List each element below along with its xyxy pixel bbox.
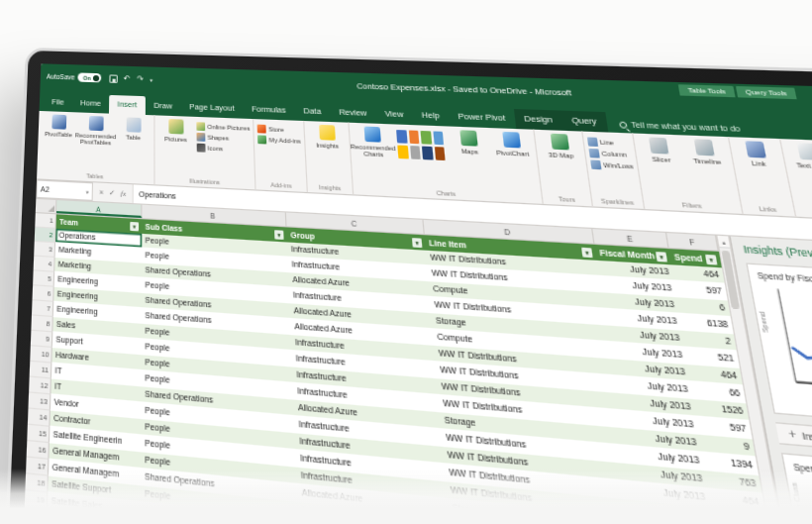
cell-value: 2: [686, 331, 732, 350]
tab-power-pivot[interactable]: Power Pivot: [448, 107, 516, 129]
ribbon-button-win-loss[interactable]: Win/Loss: [590, 159, 634, 170]
tab-query[interactable]: Query: [560, 111, 608, 133]
row-header-4[interactable]: 4: [34, 257, 55, 272]
ribbon-button-pivotchart[interactable]: PivotChart: [490, 131, 533, 157]
tab-insert[interactable]: Insert: [109, 95, 146, 115]
name-box-dropdown-icon[interactable]: ▾: [86, 188, 89, 195]
ribbon-button-my-add-ins[interactable]: My Add-ins: [257, 135, 301, 146]
ribbon-button-icons[interactable]: Icons: [197, 144, 252, 155]
row-header-2[interactable]: 2: [35, 228, 56, 244]
name-box[interactable]: A2 ▾: [36, 179, 93, 200]
ribbon-button-label: PivotTable: [45, 131, 72, 139]
ribbon-button-label: PivotChart: [496, 150, 530, 158]
chart-type-icon[interactable]: [434, 147, 445, 160]
tab-review[interactable]: Review: [330, 103, 376, 124]
chart-type-icon[interactable]: [433, 131, 444, 145]
row-header-10[interactable]: 10: [30, 346, 52, 363]
ribbon-button-text-box[interactable]: Text Box: [785, 143, 812, 171]
ribbon-button-line[interactable]: Line: [587, 137, 631, 148]
ribbon-button-recommended-charts[interactable]: Recommended Charts: [353, 126, 392, 158]
redo-icon[interactable]: ↷: [137, 74, 144, 83]
tab-view[interactable]: View: [375, 104, 414, 125]
chart-type-icon[interactable]: [396, 130, 407, 144]
ribbon-button-recommended-pivottables[interactable]: Recommended PivotTables: [78, 116, 113, 148]
insert-function-icon[interactable]: fx: [121, 189, 127, 198]
ribbon-button-store[interactable]: Store: [257, 125, 301, 135]
ribbon-button-label: Timeline: [692, 157, 721, 166]
cell[interactable]: 464: [671, 264, 724, 282]
row-header-3[interactable]: 3: [34, 242, 55, 258]
tell-me-box[interactable]: Tell me what you want to do: [618, 120, 741, 132]
ribbon-button-shapes[interactable]: Shapes: [197, 133, 251, 144]
insights-icon: [319, 125, 336, 141]
cell-value: 464: [675, 265, 720, 283]
insight-card-sub-class[interactable]: Spend by Sub Class Sub Class Spend: [781, 453, 812, 524]
excel-window: AutoSave On ↶ ↷ ▾ Contoso Expenses.xlsx …: [19, 63, 812, 524]
chart-type-icon[interactable]: [397, 146, 408, 159]
filter-dropdown-icon[interactable]: ▾: [412, 237, 422, 247]
ribbon-button-label: Table: [126, 134, 141, 141]
cell[interactable]: 6: [677, 297, 731, 316]
chart-type-icons[interactable]: [394, 128, 449, 163]
tab-draw[interactable]: Draw: [146, 96, 181, 116]
ribbon-button-insights[interactable]: Insights: [308, 124, 347, 150]
ribbon-button-maps[interactable]: Maps: [449, 130, 490, 157]
cell[interactable]: 597: [674, 281, 728, 300]
autosave-toggle[interactable]: On: [78, 72, 101, 82]
slicer-icon: [649, 138, 668, 155]
ribbon-button-slicer[interactable]: Slicer: [637, 137, 682, 164]
name-box-value: A2: [41, 185, 50, 193]
ribbon-button-pivottable[interactable]: PivotTable: [42, 114, 76, 139]
tab-data[interactable]: Data: [294, 101, 331, 122]
column-header-F[interactable]: F: [666, 233, 719, 251]
qat-customize-icon[interactable]: ▾: [150, 76, 152, 82]
row-header-1[interactable]: 1: [35, 213, 56, 229]
filter-dropdown-icon[interactable]: ▾: [274, 230, 284, 240]
filter-dropdown-icon[interactable]: ▾: [130, 221, 139, 231]
ribbon-group-label: Add-ins: [259, 180, 303, 192]
pivottable-icon: [51, 115, 66, 130]
confirm-entry-icon[interactable]: ✓: [109, 188, 115, 197]
cell-value: 464: [692, 365, 739, 383]
stage: AutoSave On ↶ ↷ ▾ Contoso Expenses.xlsx …: [0, 0, 812, 524]
row-header-11[interactable]: 11: [30, 362, 52, 379]
row-header-8[interactable]: 8: [31, 316, 52, 333]
row-header-5[interactable]: 5: [33, 270, 54, 286]
ribbon-button-column[interactable]: Column: [589, 149, 633, 159]
filter-dropdown-icon[interactable]: ▾: [705, 254, 717, 264]
row-header-12[interactable]: 12: [29, 377, 51, 395]
select-all-corner[interactable]: [36, 199, 57, 213]
ribbon-group-label: Tours: [546, 193, 588, 206]
header-label: Team: [59, 215, 78, 231]
tab-file[interactable]: File: [44, 93, 72, 113]
sparkline-column-icon: [589, 149, 600, 158]
ribbon-button-3d-map[interactable]: 3D Map: [539, 133, 582, 159]
row-header-9[interactable]: 9: [31, 331, 53, 348]
ribbon-button-pictures[interactable]: Pictures: [158, 119, 194, 144]
chart-type-icon[interactable]: [408, 130, 419, 144]
ribbon-button-label: Store: [268, 126, 284, 133]
undo-icon[interactable]: ↶: [124, 74, 131, 83]
save-icon[interactable]: [109, 74, 117, 82]
ribbon-button-online-pictures[interactable]: Online Pictures: [196, 122, 250, 133]
quick-access-toolbar: ↶ ↷ ▾: [109, 73, 152, 84]
chart-type-icon[interactable]: [422, 147, 433, 160]
tab-home[interactable]: Home: [72, 94, 110, 114]
row-header-20[interactable]: 20: [24, 507, 48, 524]
filter-dropdown-icon[interactable]: ▾: [581, 247, 593, 257]
row-header-6[interactable]: 6: [33, 285, 54, 302]
chart-type-icon[interactable]: [421, 131, 432, 145]
cancel-entry-icon[interactable]: ×: [99, 188, 104, 196]
scroll-up-icon[interactable]: ▴: [717, 236, 730, 249]
tab-help[interactable]: Help: [412, 105, 451, 126]
filter-dropdown-icon[interactable]: ▾: [656, 251, 667, 262]
tab-design[interactable]: Design: [514, 109, 563, 131]
tab-formulas[interactable]: Formulas: [243, 100, 295, 121]
ribbon-button-label: Pictures: [164, 136, 187, 144]
tab-page-layout[interactable]: Page Layout: [180, 97, 243, 118]
ribbon-button-link[interactable]: Link: [733, 141, 780, 168]
ribbon-button-timeline[interactable]: Timeline: [682, 139, 729, 166]
row-header-7[interactable]: 7: [32, 300, 53, 317]
chart-type-icon[interactable]: [410, 146, 421, 159]
ribbon-button-table[interactable]: Table: [116, 117, 151, 142]
